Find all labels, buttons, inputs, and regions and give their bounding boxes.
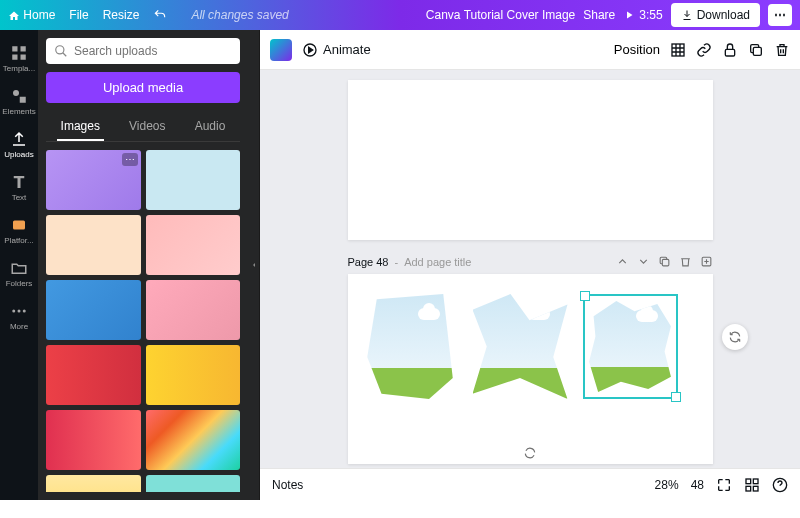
svg-rect-2 [12, 55, 17, 60]
color-swatch[interactable] [270, 39, 292, 61]
svg-point-10 [56, 46, 64, 54]
transparency-icon[interactable] [670, 42, 686, 58]
svg-rect-15 [662, 259, 669, 266]
lock-icon[interactable] [722, 42, 738, 58]
image-frame[interactable] [473, 294, 568, 399]
add-page-icon[interactable] [700, 255, 713, 268]
upload-thumb[interactable] [46, 345, 141, 405]
uploads-panel: Upload media Images Videos Audio ⋯ [38, 30, 248, 500]
svg-rect-14 [753, 47, 761, 55]
upload-thumb[interactable] [146, 150, 241, 210]
rail-uploads[interactable]: Uploads [0, 124, 38, 165]
upload-thumb[interactable] [146, 215, 241, 275]
position-button[interactable]: Position [614, 42, 660, 57]
canvas-page-active[interactable] [348, 274, 713, 464]
page-title-input[interactable]: Add page title [404, 256, 471, 268]
canvas-toolbar: Animate Position [260, 30, 800, 70]
chevron-up-icon[interactable] [616, 255, 629, 268]
duplicate-icon[interactable] [748, 42, 764, 58]
upload-thumb[interactable] [46, 215, 141, 275]
rail-elements[interactable]: Elements [0, 81, 38, 122]
chevron-down-icon[interactable] [637, 255, 650, 268]
present-button[interactable]: 3:55 [623, 8, 662, 22]
svg-rect-3 [21, 55, 26, 60]
svg-rect-17 [746, 479, 751, 484]
link-icon[interactable] [696, 42, 712, 58]
home-label: Home [23, 8, 55, 22]
fullscreen-icon[interactable] [716, 477, 732, 493]
uploads-grid[interactable]: ⋯ [46, 150, 240, 492]
time-label: 3:55 [639, 8, 662, 22]
upload-thumb[interactable] [146, 410, 241, 470]
rail-platform[interactable]: Platfor... [0, 210, 38, 251]
download-button[interactable]: Download [671, 3, 760, 27]
upload-thumb[interactable] [146, 280, 241, 340]
thumb-menu-icon[interactable]: ⋯ [122, 153, 138, 166]
svg-rect-12 [672, 44, 684, 56]
page-count-label[interactable]: 48 [691, 478, 704, 492]
upload-thumb[interactable] [146, 475, 241, 492]
upload-thumb[interactable] [46, 280, 141, 340]
upload-thumb[interactable] [146, 345, 241, 405]
more-menu-button[interactable]: ⋯ [768, 4, 792, 26]
grid-view-icon[interactable] [744, 477, 760, 493]
svg-rect-20 [753, 486, 758, 491]
svg-point-9 [23, 310, 26, 313]
svg-rect-6 [13, 221, 25, 230]
canvas-scroll[interactable]: Page 48 - Add page title [260, 70, 800, 468]
canvas-page[interactable] [348, 80, 713, 240]
panel-collapse-button[interactable] [248, 30, 260, 500]
tab-videos[interactable]: Videos [125, 113, 169, 141]
home-button[interactable]: Home [8, 8, 55, 22]
undo-button[interactable] [153, 8, 167, 23]
download-label: Download [697, 8, 750, 22]
zoom-level[interactable]: 28% [655, 478, 679, 492]
rail-text[interactable]: Text [0, 167, 38, 208]
svg-rect-19 [746, 486, 751, 491]
document-title[interactable]: Canva Tutorial Cover Image [426, 8, 575, 22]
search-icon [54, 44, 68, 58]
footer-bar: Notes 28% 48 [260, 468, 800, 500]
canvas-area: Animate Position Page 48 - Add page titl… [260, 30, 800, 500]
left-rail: Templa... Elements Uploads Text Platfor.… [0, 30, 38, 500]
animate-icon [302, 42, 318, 58]
share-button[interactable]: Share [583, 8, 615, 22]
svg-rect-0 [12, 46, 17, 51]
svg-rect-5 [20, 97, 26, 103]
upload-thumb[interactable]: ⋯ [46, 150, 141, 210]
rail-templates[interactable]: Templa... [0, 38, 38, 79]
sync-icon [523, 446, 537, 464]
page-number: Page 48 [348, 256, 389, 268]
save-status: All changes saved [191, 8, 288, 22]
svg-rect-18 [753, 479, 758, 484]
svg-rect-1 [21, 46, 26, 51]
rail-folders[interactable]: Folders [0, 253, 38, 294]
refresh-button[interactable] [722, 324, 748, 350]
animate-button[interactable]: Animate [302, 42, 371, 58]
trash-icon[interactable] [774, 42, 790, 58]
upload-thumb[interactable] [46, 410, 141, 470]
svg-rect-13 [725, 49, 734, 56]
tab-audio[interactable]: Audio [191, 113, 230, 141]
delete-page-icon[interactable] [679, 255, 692, 268]
page-header: Page 48 - Add page title [348, 255, 713, 268]
upload-media-button[interactable]: Upload media [46, 72, 240, 103]
rail-more[interactable]: More [0, 296, 38, 337]
image-frame-selected[interactable] [583, 294, 678, 399]
top-menu-bar: Home File Resize All changes saved Canva… [0, 0, 800, 30]
media-tabs: Images Videos Audio [46, 113, 240, 142]
upload-thumb[interactable] [46, 475, 141, 492]
svg-point-4 [13, 90, 19, 96]
notes-button[interactable]: Notes [272, 478, 303, 492]
search-input-wrapper[interactable] [46, 38, 240, 64]
svg-point-8 [18, 310, 21, 313]
svg-point-7 [12, 310, 15, 313]
duplicate-page-icon[interactable] [658, 255, 671, 268]
image-frame[interactable] [363, 294, 458, 399]
resize-menu[interactable]: Resize [103, 8, 140, 22]
tab-images[interactable]: Images [57, 113, 104, 141]
file-menu[interactable]: File [69, 8, 88, 22]
search-input[interactable] [74, 44, 232, 58]
help-icon[interactable] [772, 477, 788, 493]
